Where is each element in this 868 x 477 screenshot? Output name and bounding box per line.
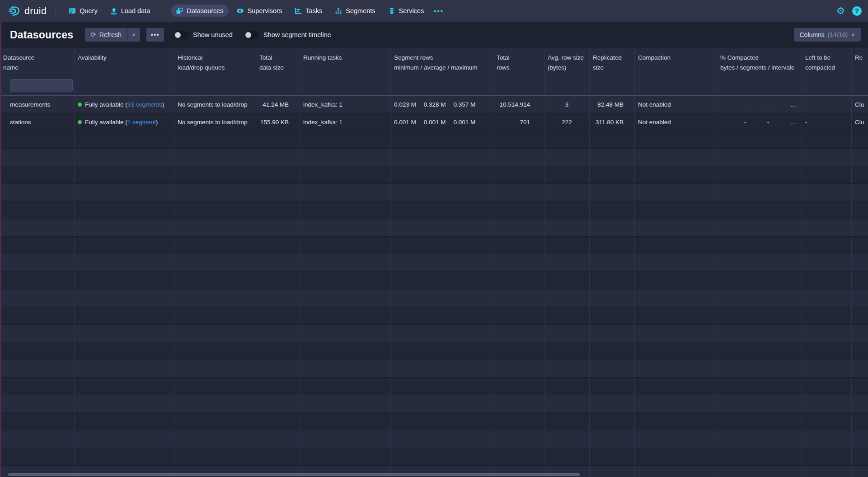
show-segment-timeline-toggle[interactable]: Show segment timeline: [244, 31, 331, 39]
nav-item-services[interactable]: Services: [383, 5, 429, 17]
empty-cell: [717, 378, 802, 395]
nav-item-load-data[interactable]: Load data: [105, 5, 155, 17]
empty-cell: [300, 448, 391, 465]
segments-link[interactable]: 33 segments: [127, 101, 162, 108]
empty-cell: [300, 307, 391, 324]
empty-cell: [544, 342, 590, 360]
settings-gear-icon[interactable]: ⚙: [836, 6, 845, 16]
empty-cell: [493, 237, 544, 254]
nav-item-segments[interactable]: Segments: [330, 5, 380, 17]
empty-cell: [590, 272, 635, 289]
nav-item-query[interactable]: Query: [64, 5, 103, 17]
empty-cell: [635, 219, 717, 236]
empty-cell: [256, 325, 300, 342]
column-header-avgRowSize[interactable]: Avg. row size(bytes): [544, 48, 590, 76]
nav-item-datasources[interactable]: Datasources: [171, 5, 228, 17]
refresh-button[interactable]: ⟳ Refresh: [85, 28, 127, 42]
empty-cell: [174, 448, 256, 465]
empty-cell: [590, 395, 635, 412]
column-header-totalData[interactable]: Totaldata size: [256, 48, 300, 76]
empty-cell: [300, 184, 391, 201]
nav-item-tasks[interactable]: Tasks: [290, 5, 327, 17]
empty-cell: [300, 149, 391, 166]
empty-cell: [174, 219, 256, 236]
column-header-segmentRows[interactable]: Segment rowsminimum / average / maximum: [391, 48, 493, 76]
cell-replicatedSize: 82.48 MB: [590, 96, 635, 113]
empty-cell: [802, 184, 852, 201]
empty-cell: [0, 395, 75, 412]
empty-cell: [635, 290, 717, 307]
column-header-replicatedSize[interactable]: Replicatedsize: [590, 48, 635, 76]
toggle-switch-off[interactable]: [244, 31, 259, 39]
empty-cell: [635, 395, 717, 412]
column-header-name[interactable]: Datasourcename: [0, 48, 75, 76]
empty-cell: [852, 184, 868, 201]
cell-compaction: Not enabled: [635, 96, 717, 113]
empty-cell: [0, 290, 75, 307]
empty-cell: [493, 430, 544, 448]
horizontal-scrollbar-thumb[interactable]: [8, 473, 580, 476]
empty-cell: [493, 413, 544, 430]
cell-runningTasks: index_kafka: 1: [300, 96, 391, 113]
empty-cell: [635, 307, 717, 324]
empty-cell: [493, 395, 544, 412]
empty-cell: [852, 448, 868, 465]
more-actions-button[interactable]: •••: [146, 28, 164, 42]
empty-cell: [391, 378, 493, 395]
show-unused-toggle[interactable]: Show unused: [174, 31, 233, 39]
columns-picker-button[interactable]: Columns (14/16) ▼: [794, 28, 861, 42]
availability-status-dot: [78, 120, 82, 124]
empty-cell: [590, 201, 635, 219]
filter-cell-name: [0, 76, 75, 95]
empty-cell: [174, 131, 256, 148]
nav-item-supervisors[interactable]: Supervisors: [231, 5, 287, 17]
empty-cell: [802, 448, 852, 465]
cell-availability: Fully available (1 segment): [75, 113, 174, 131]
table-header: DatasourcenameAvailabilityHistoricalload…: [0, 48, 868, 76]
empty-cell: [0, 413, 75, 430]
column-header-compaction[interactable]: Compaction: [635, 48, 717, 76]
cell-pctCompacted: --…: [717, 96, 802, 113]
empty-cell: [174, 430, 256, 448]
empty-cell: [590, 184, 635, 201]
cell-replicatedSize: 311.80 KB: [590, 113, 635, 131]
cell-avgRowSize: 3: [544, 96, 590, 113]
column-header-availability[interactable]: Availability: [75, 48, 174, 76]
empty-cell: [256, 184, 300, 201]
datasource-filter-input[interactable]: [10, 79, 73, 92]
empty-cell: [852, 290, 868, 307]
cell-name: stations: [0, 113, 75, 131]
empty-cell: [590, 325, 635, 342]
empty-cell: [75, 272, 174, 289]
column-header-historical[interactable]: Historicalload/drop queues: [174, 48, 256, 76]
nav-more-button[interactable]: •••: [430, 5, 447, 18]
toggle-switch-off[interactable]: [174, 31, 188, 39]
table-row-measurements[interactable]: measurementsFully available (33 segments…: [0, 96, 868, 113]
column-header-leftToCompact[interactable]: Left to becompacted: [802, 48, 852, 76]
columns-button-label: Columns: [799, 31, 824, 38]
help-icon[interactable]: ?: [852, 6, 862, 16]
column-header-runningTasks[interactable]: Running tasks: [300, 48, 391, 76]
column-header-totalRows[interactable]: Totalrows: [493, 48, 544, 76]
empty-cell: [802, 360, 852, 377]
table-row-stations[interactable]: stationsFully available (1 segment)No se…: [0, 113, 868, 131]
empty-cell: [544, 131, 590, 148]
empty-cell: [300, 342, 391, 360]
empty-cell: [852, 149, 868, 166]
empty-cell: [300, 237, 391, 254]
druid-logo[interactable]: druid: [8, 5, 47, 17]
refresh-interval-dropdown-button[interactable]: ▼: [127, 28, 140, 42]
empty-cell: [391, 413, 493, 430]
segments-link[interactable]: 1 segment: [127, 119, 156, 126]
empty-table-row: [0, 342, 868, 360]
empty-cell: [391, 395, 493, 412]
cell-totalData: 155.90 KB: [256, 113, 300, 131]
empty-table-row: [0, 290, 868, 307]
empty-cell: [391, 360, 493, 377]
column-header-retention[interactable]: Re: [852, 48, 868, 76]
empty-cell: [256, 272, 300, 289]
load-data-icon: [110, 7, 117, 14]
column-header-pctCompacted[interactable]: % Compactedbytes / segments / intervals: [717, 48, 802, 76]
empty-cell: [391, 430, 493, 448]
cell-name: measurements: [0, 96, 75, 113]
